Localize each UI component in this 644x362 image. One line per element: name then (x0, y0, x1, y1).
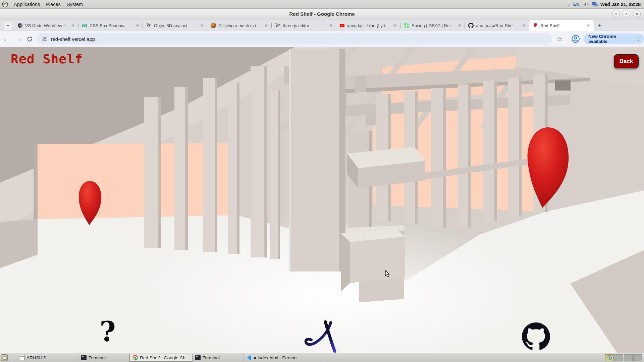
tab-css-box-shadow[interactable]: w3 CSS Box Shadow × (78, 20, 143, 31)
profile-icon[interactable] (572, 35, 580, 43)
site-logo: Red Shelf (11, 52, 83, 66)
update-pill-label: New Chrome available (588, 34, 633, 44)
clock[interactable]: Wed Jan 21, 23:28 (600, 2, 641, 7)
chrome-icon (607, 355, 612, 360)
github-icon (468, 23, 474, 28)
tab-close-icon[interactable]: × (392, 23, 398, 28)
youtube-icon (339, 23, 345, 28)
taskbar-launcher-icon[interactable] (1, 354, 8, 361)
avatar-icon (211, 23, 216, 28)
tab-close-icon[interactable]: × (70, 23, 76, 28)
workspace-pager (605, 354, 642, 361)
task-label: Terminal (203, 355, 220, 360)
tab-clicking-mesh[interactable]: Clicking a mesh in t × (207, 20, 272, 31)
threejs-icon (275, 23, 280, 28)
vscode-icon (246, 355, 252, 360)
tab-label: VS Code WebView E (25, 23, 68, 28)
tab-vscode-webview[interactable]: VS Code WebView E × (14, 20, 78, 31)
display-network-icon[interactable] (592, 2, 598, 7)
tab-strip: VS Code WebView E × w3 CSS Box Shadow × … (0, 19, 644, 31)
tab-threejs-editor[interactable]: three.js editor × (272, 20, 336, 31)
tab-label: Clicking a mesh in t (218, 23, 261, 28)
address-bar[interactable]: red-shelf.vercel.app (37, 33, 552, 45)
desktop-menubar: Applications Places System EN Wed Jan 21… (0, 0, 644, 9)
workspace-cell-2[interactable] (614, 354, 623, 361)
signature-a-icon[interactable] (301, 319, 344, 354)
distro-logo-icon[interactable] (2, 1, 8, 7)
task-label: Terminal (89, 355, 106, 360)
task-label: ● index.html - Person... (254, 355, 300, 360)
terminal-icon (195, 355, 201, 360)
mouse-cursor (385, 270, 390, 278)
threejs-icon (146, 23, 152, 28)
back-button[interactable]: Back (614, 54, 639, 68)
tab-object3d-raycast[interactable]: Object3D.raycast – × (143, 20, 207, 31)
menu-applications[interactable]: Applications (11, 0, 43, 9)
task-arushs[interactable]: ARUSH'S (16, 354, 78, 362)
task-terminal-2[interactable]: Terminal (193, 354, 244, 362)
w3schools-icon: w3 (82, 23, 87, 28)
terminal-icon (81, 355, 87, 360)
tab-close-icon[interactable]: × (586, 23, 591, 28)
tab-yung-kai-blue[interactable]: yung kai - blue (Lyri × (336, 20, 400, 31)
site-settings-icon[interactable] (42, 36, 47, 42)
chrome-icon (132, 355, 138, 360)
tab-github-redshelf[interactable]: arushraju/Red-Shel × (465, 20, 529, 31)
workspace-cell-4[interactable] (633, 354, 642, 361)
taskbar-grip-handle[interactable] (12, 355, 14, 360)
window-title: Red Shelf - Google Chrome (289, 11, 355, 17)
volume-icon[interactable] (583, 2, 589, 7)
tab-close-icon[interactable]: × (199, 23, 205, 28)
tab-red-shelf-active[interactable]: Red Shelf × (529, 20, 594, 31)
new-chrome-available-button[interactable]: New Chrome available ⋮ (584, 34, 644, 44)
minimize-button[interactable] (612, 10, 620, 18)
tab-gsap-easing[interactable]: Easing | GSAP | Doc × (400, 20, 465, 31)
forward-nav-icon[interactable]: → (13, 34, 23, 44)
wall-edge (34, 144, 38, 220)
threejs-scene-canvas[interactable] (0, 47, 644, 353)
tab-label: arushraju/Red-Shel (476, 23, 519, 28)
tab-search-button[interactable] (3, 21, 13, 30)
tab-close-icon[interactable]: × (264, 23, 269, 28)
tab-close-icon[interactable]: × (521, 23, 527, 28)
browser-menu-icon[interactable]: ⋮ (636, 36, 641, 42)
menu-system[interactable]: System (64, 0, 86, 9)
taskbar: ARUSH'S Terminal Red Shelf - Google Ch..… (0, 353, 644, 362)
tab-close-icon[interactable]: × (328, 23, 333, 28)
tab-label: Red Shelf (540, 23, 583, 28)
page-viewport: Red Shelf Back ? (0, 47, 644, 353)
workspace-cell-3[interactable] (624, 354, 633, 361)
task-label: ARUSH'S (26, 355, 46, 360)
close-button[interactable] (633, 10, 641, 18)
vscode-webview-icon (17, 23, 23, 28)
back-nav-icon[interactable]: ← (2, 34, 11, 44)
tab-label: three.js editor (283, 23, 326, 28)
tab-label: yung kai - blue (Lyri (347, 23, 390, 28)
workspace-cell-1[interactable] (605, 354, 614, 361)
task-terminal-1[interactable]: Terminal (78, 354, 129, 362)
maximize-button[interactable] (623, 10, 630, 18)
tab-label: Object3D.raycast – (154, 23, 197, 28)
tab-label: Easing | GSAP | Doc (412, 23, 454, 28)
browser-toolbar: ← → red-shelf.vercel.app ☆ New Chrome av… (0, 31, 644, 47)
github-footer-icon[interactable] (522, 322, 550, 351)
menu-places[interactable]: Places (43, 0, 64, 9)
window-titlebar[interactable]: Red Shelf - Google Chrome (0, 9, 644, 19)
task-vscode-index-html[interactable]: ● index.html - Person... (244, 354, 324, 362)
task-label: Red Shelf - Google Ch... (140, 355, 189, 360)
tab-close-icon[interactable]: × (135, 23, 140, 28)
new-tab-button[interactable]: + (595, 21, 604, 30)
ceiling-vent (555, 80, 571, 90)
keyboard-layout-indicator[interactable]: EN (573, 2, 580, 7)
url-text[interactable]: red-shelf.vercel.app (51, 36, 95, 42)
bookmark-star-icon[interactable]: ☆ (557, 35, 562, 43)
tab-label: CSS Box Shadow (90, 23, 132, 28)
help-question-icon[interactable]: ? (96, 318, 119, 345)
redshelf-favicon (533, 23, 538, 28)
tray-grip-handle[interactable] (569, 2, 571, 7)
gsap-icon (404, 23, 409, 28)
tab-close-icon[interactable]: × (457, 23, 462, 28)
window-icon (19, 355, 24, 360)
task-red-shelf-chrome[interactable]: Red Shelf - Google Ch... (129, 354, 193, 362)
reload-icon[interactable] (25, 34, 34, 44)
